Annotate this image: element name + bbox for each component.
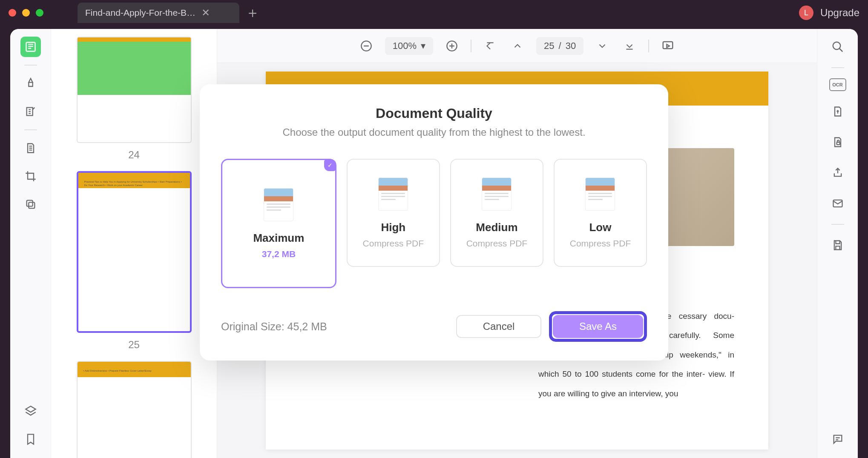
tab-title: Find-and-Apply-For-the-B… [85,8,195,18]
quality-option-low[interactable]: Low Compress PDF [554,159,647,267]
upgrade-button[interactable]: Upgrade [820,7,859,19]
save-as-highlight: Save As [549,311,647,342]
quality-sub: Compress PDF [466,238,528,249]
modal-backdrop: Document Quality Choose the output docum… [10,29,858,458]
check-icon: ✓ [324,159,336,171]
titlebar: Find-and-Apply-For-the-B… ✕ ＋ L Upgrade [0,0,868,26]
quality-sub: Compress PDF [363,238,424,249]
cancel-button[interactable]: Cancel [456,315,541,338]
save-as-button[interactable]: Save As [553,315,643,338]
quality-name: Maximum [253,232,304,245]
header-right: L Upgrade [799,6,859,20]
quality-option-high[interactable]: High Compress PDF [347,159,440,267]
quality-option-maximum[interactable]: ✓ Maximum 37,2 MB [221,159,336,288]
quality-options: ✓ Maximum 37,2 MB High Compress PDF Medi… [221,159,647,288]
close-tab-icon[interactable]: ✕ [201,7,210,19]
quality-name: Medium [476,221,517,234]
add-tab-icon[interactable]: ＋ [245,3,260,23]
minimize-window[interactable] [22,9,30,17]
quality-size: 37,2 MB [262,249,296,259]
modal-footer: Original Size: 45,2 MB Cancel Save As [221,311,647,342]
quality-thumb-icon [378,177,408,211]
modal-title: Document Quality [221,106,647,121]
original-size-label: Original Size: 45,2 MB [221,321,327,333]
quality-name: Low [589,221,611,234]
document-quality-modal: Document Quality Choose the output docum… [200,84,668,361]
app-frame: 24 Practical Tips to Help You in Applyin… [10,29,858,458]
quality-thumb-icon [482,177,512,211]
modal-subtitle: Choose the output document quality from … [221,126,647,138]
quality-option-medium[interactable]: Medium Compress PDF [450,159,543,267]
document-tab[interactable]: Find-and-Apply-For-the-B… ✕ [78,3,239,23]
quality-name: High [381,221,405,234]
quality-sub: Compress PDF [570,238,631,249]
avatar[interactable]: L [799,6,813,20]
window-controls [9,9,43,17]
quality-thumb-icon [264,188,293,221]
close-window[interactable] [9,9,16,17]
maximize-window[interactable] [36,9,43,17]
tab-strip: Find-and-Apply-For-the-B… ✕ ＋ [78,3,260,23]
quality-thumb-icon [585,177,615,211]
